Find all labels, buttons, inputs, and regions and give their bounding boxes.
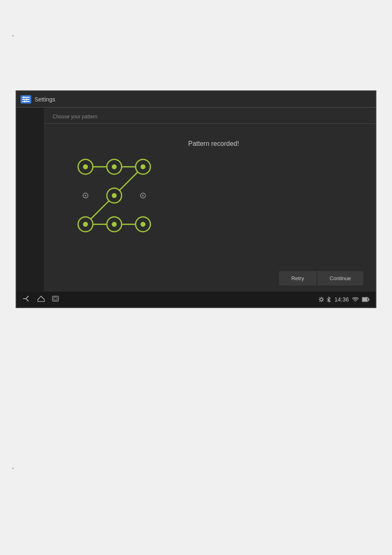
- panel-body: Pattern recorded!: [44, 124, 376, 267]
- message-area: Pattern recorded!: [184, 124, 376, 267]
- battery-icon: [362, 297, 369, 302]
- svg-point-19: [85, 195, 86, 196]
- svg-point-4: [26, 98, 28, 100]
- back-button[interactable]: [23, 296, 30, 303]
- pattern-recorded-message: Pattern recorded!: [188, 140, 367, 147]
- svg-rect-30: [53, 296, 58, 301]
- svg-point-13: [83, 164, 88, 169]
- continue-button[interactable]: Continue: [317, 271, 363, 286]
- settings-nav-icon: [318, 297, 324, 302]
- svg-point-25: [83, 222, 88, 227]
- svg-rect-2: [22, 101, 30, 102]
- svg-rect-34: [362, 298, 367, 301]
- svg-point-5: [24, 100, 26, 102]
- home-button[interactable]: [37, 295, 45, 304]
- recents-button[interactable]: [52, 296, 59, 303]
- content-area: Choose your pattern: [16, 108, 376, 292]
- nav-right: 14:36: [318, 296, 369, 303]
- svg-rect-35: [368, 299, 369, 300]
- svg-point-29: [141, 222, 145, 227]
- app-title: Settings: [35, 96, 55, 103]
- panel-header-text: Choose your pattern: [53, 114, 97, 120]
- svg-point-23: [142, 195, 144, 196]
- bullet-top: •: [12, 34, 14, 37]
- bluetooth-icon: [326, 297, 331, 302]
- title-bar: Settings: [16, 91, 376, 108]
- svg-point-3: [23, 97, 25, 99]
- svg-rect-31: [54, 297, 57, 300]
- clock: 14:36: [334, 296, 349, 303]
- svg-point-32: [320, 298, 323, 301]
- main-panel: Choose your pattern: [44, 108, 376, 292]
- panel-header: Choose your pattern: [44, 108, 376, 124]
- nav-bar: 14:36: [16, 292, 376, 307]
- device-frame: Settings Choose your pattern: [16, 90, 376, 308]
- svg-point-17: [141, 164, 145, 169]
- retry-button[interactable]: Retry: [279, 271, 316, 286]
- pattern-grid: [67, 148, 161, 243]
- settings-icon: [21, 95, 31, 104]
- nav-left: [23, 295, 59, 304]
- status-icons: [318, 297, 331, 302]
- svg-point-21: [112, 193, 117, 198]
- bullet-bottom: •: [12, 466, 14, 470]
- pattern-area: [44, 124, 184, 267]
- buttons-bar: Retry Continue: [44, 267, 376, 292]
- wifi-icon: [352, 297, 359, 302]
- sidebar: [16, 108, 44, 292]
- svg-point-27: [112, 222, 117, 227]
- svg-point-15: [112, 164, 117, 169]
